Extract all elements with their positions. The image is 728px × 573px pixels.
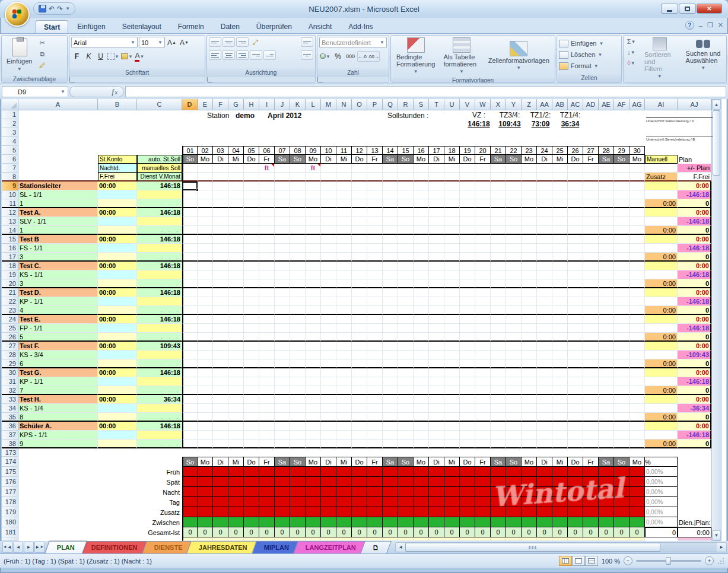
plan-cell[interactable]: [583, 333, 599, 342]
plan-cell[interactable]: [414, 199, 429, 208]
col-header-Q[interactable]: Q: [383, 99, 398, 110]
plan-cell[interactable]: [336, 386, 352, 395]
plan-cell[interactable]: [614, 208, 630, 217]
gesamt-ist-cell[interactable]: 0: [537, 527, 552, 537]
plan-cell[interactable]: [614, 217, 630, 226]
summary-cell[interactable]: [429, 477, 444, 487]
col-header-X[interactable]: X: [491, 99, 506, 110]
plan-value[interactable]: 0:00: [678, 395, 711, 404]
plan-cell[interactable]: [290, 190, 306, 199]
plan-cell[interactable]: [290, 235, 306, 244]
last-sheet-icon[interactable]: ►⯈: [34, 542, 44, 553]
f-frei-value[interactable]: 0: [678, 279, 711, 288]
plan-cell[interactable]: [475, 404, 491, 413]
summary-cell[interactable]: [599, 517, 614, 527]
plan-cell[interactable]: [491, 208, 506, 217]
plan-cell[interactable]: [398, 190, 414, 199]
plan-cell[interactable]: [383, 253, 398, 262]
plan-cell[interactable]: [599, 297, 614, 306]
plan-cell[interactable]: [244, 226, 259, 235]
plan-cell[interactable]: [383, 199, 398, 208]
plan-cell[interactable]: [414, 324, 429, 333]
col-header-G[interactable]: G: [228, 99, 244, 110]
summary-cell[interactable]: [460, 497, 475, 507]
plan-cell[interactable]: [383, 235, 398, 244]
person-soll[interactable]: 146:18: [137, 235, 182, 244]
row-header-4[interactable]: 4: [2, 137, 18, 146]
plan-cell[interactable]: [306, 208, 321, 217]
person-qualification[interactable]: KPS - 1/1: [18, 431, 98, 440]
day-number-12[interactable]: 12: [352, 146, 367, 155]
plan-cell[interactable]: [614, 279, 630, 288]
plan-cell[interactable]: [259, 217, 275, 226]
plan-value[interactable]: 0:00: [678, 235, 711, 244]
plan-cell[interactable]: [244, 351, 259, 359]
plan-cell[interactable]: [182, 386, 198, 395]
plan-cell[interactable]: [182, 404, 198, 413]
row-header-19[interactable]: 19: [2, 270, 18, 279]
plan-value[interactable]: 0:00: [678, 315, 711, 324]
summary-cell[interactable]: [213, 487, 228, 497]
plan-cell[interactable]: [630, 324, 645, 333]
plan-cell[interactable]: [290, 253, 306, 262]
day-number-18[interactable]: 18: [444, 146, 460, 155]
summary-weekday-23[interactable]: Mo: [522, 457, 537, 467]
person-qualification[interactable]: KP - 1/1: [18, 377, 98, 386]
plan-cell[interactable]: [182, 253, 198, 262]
dienst-vormonat-cell[interactable]: . . .: [137, 413, 182, 422]
plan-cell[interactable]: [537, 182, 552, 190]
summary-weekday-13[interactable]: Fr: [367, 457, 383, 467]
plan-cell[interactable]: [182, 413, 198, 422]
plan-cell[interactable]: [614, 324, 630, 333]
plan-cell[interactable]: [367, 217, 383, 226]
summary-cell[interactable]: [367, 507, 383, 517]
col-header-H[interactable]: H: [244, 99, 259, 110]
plan-cell[interactable]: [475, 315, 491, 324]
summary-cell[interactable]: [213, 497, 228, 507]
plan-cell[interactable]: [630, 262, 645, 270]
gesamt-ist-total[interactable]: 0: [645, 527, 678, 537]
plan-cell[interactable]: [182, 368, 198, 377]
empty-cell[interactable]: [18, 155, 98, 164]
clipboard-dialog-launcher[interactable]: [2, 82, 7, 83]
gesamt-ist-cell[interactable]: 0: [506, 527, 522, 537]
summary-cell[interactable]: [306, 507, 321, 517]
plan-cell[interactable]: [429, 431, 444, 440]
person-stkonto[interactable]: 00:00: [98, 368, 137, 377]
plan-cell[interactable]: [383, 440, 398, 448]
plan-cell[interactable]: [414, 253, 429, 262]
conditional-formatting-button[interactable]: Bedingte Formatierung▼: [393, 37, 438, 76]
plan-cell[interactable]: [228, 182, 244, 190]
plan-cell[interactable]: [275, 422, 290, 431]
header-band-cell[interactable]: [18, 110, 711, 119]
summary-cell[interactable]: [275, 507, 290, 517]
gesamt-ist-cell[interactable]: 0: [383, 527, 398, 537]
plan-cell[interactable]: [414, 342, 429, 351]
plan-cell[interactable]: [290, 226, 306, 235]
person-stkonto[interactable]: 00:00: [98, 342, 137, 351]
plan-cell[interactable]: [552, 351, 568, 359]
dien-plan-label[interactable]: Dien.|Plan:: [678, 517, 711, 527]
weekday-05[interactable]: Do: [244, 155, 259, 164]
plan-cell[interactable]: [568, 306, 583, 315]
selected-cell-D9[interactable]: [182, 182, 198, 190]
plan-cell[interactable]: [398, 288, 414, 297]
plan-cell[interactable]: [444, 306, 460, 315]
align-middle-icon[interactable]: [222, 37, 235, 47]
summary-cell[interactable]: [414, 507, 429, 517]
plan-cell[interactable]: [522, 413, 537, 422]
copy-icon[interactable]: ⧉: [36, 49, 48, 59]
f-frei-value[interactable]: 0: [678, 413, 711, 422]
plan-cell[interactable]: [336, 368, 352, 377]
plan-cell[interactable]: [290, 386, 306, 395]
gesamt-ist-cell[interactable]: 0: [444, 527, 460, 537]
plan-cell[interactable]: [599, 306, 614, 315]
plan-cell[interactable]: [383, 270, 398, 279]
plan-cell[interactable]: [522, 377, 537, 386]
summary-weekday-18[interactable]: Mi: [444, 457, 460, 467]
dienst-vormonat-cell[interactable]: . . .: [137, 359, 182, 368]
plan-cell[interactable]: [522, 253, 537, 262]
plan-cell[interactable]: [444, 413, 460, 422]
plan-cell[interactable]: [599, 422, 614, 431]
format-painter-icon[interactable]: 🖉: [36, 61, 48, 70]
